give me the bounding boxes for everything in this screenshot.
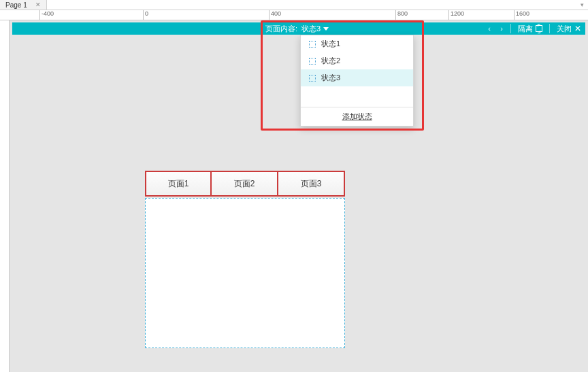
page-tab[interactable]: Page 1 ✕ bbox=[0, 0, 47, 10]
horizontal-ruler: -400 0 400 800 1200 1600 bbox=[0, 10, 588, 20]
page-tab-button[interactable]: 页面1 bbox=[145, 171, 212, 197]
dropdown-spacer bbox=[301, 86, 413, 107]
state-swatch-icon bbox=[309, 41, 316, 48]
ruler-tick: -400 bbox=[39, 10, 54, 20]
isolate-icon bbox=[536, 25, 542, 32]
separator bbox=[510, 24, 511, 33]
state-dropdown-trigger[interactable]: 状态3 bbox=[301, 24, 329, 34]
close-icon: ✕ bbox=[574, 24, 581, 33]
close-button[interactable]: 关闭 ✕ bbox=[553, 24, 585, 34]
chevron-left-icon[interactable]: ‹ bbox=[483, 24, 495, 33]
state-dropdown-value: 状态3 bbox=[301, 24, 321, 34]
state-control-bar: 页面内容: 状态3 ‹ › 隔离 关闭 ✕ bbox=[12, 22, 585, 35]
control-bar-right: ‹ › 隔离 关闭 ✕ bbox=[483, 22, 585, 35]
state-option-label: 状态1 bbox=[321, 39, 340, 49]
ruler-tick: 1600 bbox=[514, 10, 529, 20]
page-tab-strip: Page 1 ✕ ▾ bbox=[0, 0, 588, 10]
chevron-right-icon[interactable]: › bbox=[495, 24, 508, 33]
control-bar-label: 页面内容: bbox=[265, 24, 297, 34]
state-option-label: 状态3 bbox=[321, 73, 340, 83]
page-tab-button[interactable]: 页面2 bbox=[212, 171, 278, 197]
close-icon[interactable]: ✕ bbox=[35, 1, 41, 8]
dynamic-panel[interactable] bbox=[145, 198, 345, 348]
state-swatch-icon bbox=[309, 75, 316, 82]
caret-down-icon bbox=[323, 27, 329, 31]
ruler-tick: 400 bbox=[269, 10, 281, 20]
isolate-button[interactable]: 隔离 bbox=[514, 24, 546, 34]
ruler-tick: 0 bbox=[143, 10, 148, 20]
ruler-tick: 1200 bbox=[448, 10, 464, 20]
state-option-label: 状态2 bbox=[321, 56, 340, 66]
separator bbox=[549, 24, 550, 33]
state-option[interactable]: 状态2 bbox=[301, 52, 413, 69]
page-tab-button[interactable]: 页面3 bbox=[278, 171, 345, 197]
isolate-label: 隔离 bbox=[518, 24, 533, 34]
state-option[interactable]: 状态1 bbox=[301, 35, 413, 52]
add-state-button[interactable]: 添加状态 bbox=[301, 107, 413, 126]
page-tab-label: Page 1 bbox=[5, 1, 27, 9]
state-dropdown-popup: 状态1 状态2 状态3 添加状态 bbox=[300, 35, 414, 126]
chevron-down-icon[interactable]: ▾ bbox=[581, 1, 584, 8]
close-label: 关闭 bbox=[557, 24, 572, 34]
state-option[interactable]: 状态3 bbox=[301, 69, 413, 86]
page-tabs-row: 页面1 页面2 页面3 bbox=[145, 171, 345, 197]
vertical-ruler bbox=[0, 20, 10, 372]
state-swatch-icon bbox=[309, 58, 316, 65]
canvas-stage[interactable]: 页面内容: 状态3 ‹ › 隔离 关闭 ✕ 状态1 状态2 bbox=[10, 20, 588, 372]
ruler-tick: 800 bbox=[395, 10, 408, 20]
